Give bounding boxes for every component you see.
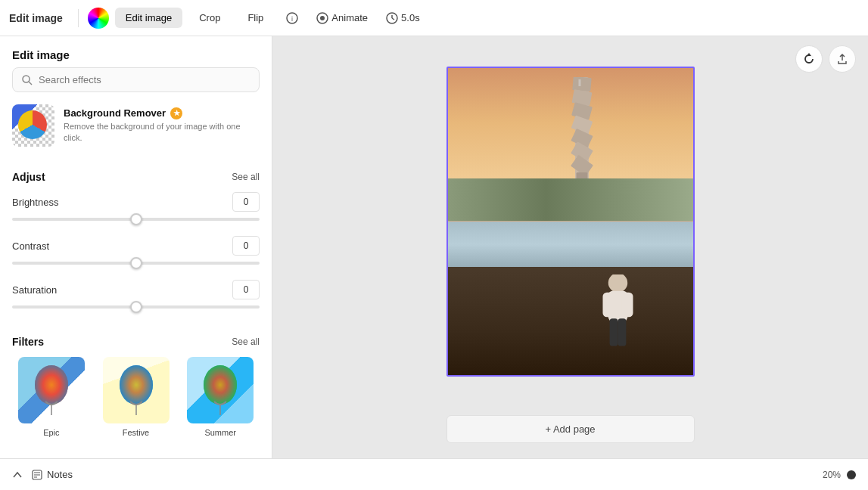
saturation-thumb[interactable] bbox=[130, 301, 142, 313]
zoom-indicator[interactable] bbox=[847, 470, 856, 479]
color-wheel-icon[interactable] bbox=[88, 8, 109, 29]
edit-image-tab[interactable]: Edit image bbox=[115, 8, 182, 28]
svg-rect-33 bbox=[622, 293, 633, 318]
filter-festive[interactable]: Festive bbox=[97, 357, 176, 437]
background-remover-info: Background Remover ★ Remove the backgrou… bbox=[64, 107, 260, 144]
search-input[interactable] bbox=[39, 74, 250, 85]
notes-button[interactable]: Notes bbox=[32, 469, 73, 480]
canvas-content bbox=[272, 36, 868, 406]
ball-graphic bbox=[18, 110, 47, 139]
toolbar: Edit image Edit image Crop Flip i Animat… bbox=[0, 0, 868, 36]
sidebar: Edit image Background Remover ★ Remove t… bbox=[0, 36, 272, 458]
svg-text:i: i bbox=[291, 15, 293, 23]
svg-rect-35 bbox=[618, 318, 627, 346]
svg-point-3 bbox=[320, 16, 325, 20]
time-button[interactable]: 5.0s bbox=[380, 9, 426, 27]
sidebar-title-label: Edit image bbox=[9, 12, 63, 24]
animate-icon bbox=[316, 12, 328, 24]
svg-rect-34 bbox=[610, 318, 618, 346]
filter-grid: Epic bbox=[12, 357, 260, 437]
bottom-right: 20% bbox=[823, 470, 856, 480]
person-svg bbox=[597, 274, 639, 350]
info-icon: i bbox=[286, 12, 298, 24]
filters-title: Filters bbox=[12, 336, 44, 348]
rotate-icon bbox=[802, 52, 816, 66]
saturation-label: Saturation bbox=[12, 284, 57, 296]
brightness-label: Brightness bbox=[12, 197, 58, 208]
svg-point-13 bbox=[120, 365, 153, 405]
contrast-slider-row: Contrast bbox=[0, 236, 272, 280]
filter-festive-label: Festive bbox=[123, 428, 149, 437]
background-remover-thumb bbox=[12, 104, 54, 147]
saturation-track[interactable] bbox=[12, 305, 260, 309]
contrast-track[interactable] bbox=[12, 262, 260, 265]
background-remover-title: Background Remover ★ bbox=[64, 107, 260, 119]
svg-line-8 bbox=[29, 82, 32, 85]
adjust-title: Adjust bbox=[12, 171, 45, 183]
add-page-button[interactable]: + Add page bbox=[446, 415, 695, 443]
brightness-track[interactable] bbox=[12, 218, 260, 221]
brightness-slider-row: Brightness bbox=[0, 192, 272, 236]
animate-button[interactable]: Animate bbox=[310, 9, 374, 27]
add-page-container: + Add page bbox=[272, 406, 868, 452]
toolbar-divider-1 bbox=[78, 9, 79, 27]
svg-marker-19 bbox=[807, 53, 811, 56]
filter-summer-label: Summer bbox=[204, 428, 236, 437]
notes-icon bbox=[32, 470, 42, 480]
epic-balloon-svg bbox=[29, 364, 74, 417]
export-canvas-button[interactable] bbox=[829, 45, 856, 73]
info-button[interactable]: i bbox=[280, 9, 304, 27]
pro-badge: ★ bbox=[170, 107, 182, 119]
time-label: 5.0s bbox=[401, 12, 420, 23]
filter-epic[interactable]: Epic bbox=[12, 357, 91, 437]
contrast-thumb[interactable] bbox=[130, 257, 142, 269]
filters-section: Filters See all bbox=[0, 336, 272, 449]
main-content: Edit image Background Remover ★ Remove t… bbox=[0, 36, 868, 458]
flip-tab[interactable]: Flip bbox=[237, 8, 274, 28]
image-water bbox=[448, 222, 693, 268]
background-remover-desc: Remove the background of your image with… bbox=[64, 121, 260, 144]
svg-point-10 bbox=[35, 365, 68, 405]
crop-tab[interactable]: Crop bbox=[188, 8, 231, 28]
sidebar-header: Edit image bbox=[0, 36, 272, 67]
saturation-label-row: Saturation bbox=[12, 280, 260, 299]
chevron-up-icon bbox=[12, 470, 23, 480]
contrast-label-row: Contrast bbox=[12, 236, 260, 256]
svg-point-30 bbox=[608, 274, 627, 293]
svg-line-6 bbox=[392, 18, 394, 20]
image-frame[interactable] bbox=[446, 67, 695, 377]
filter-festive-thumb bbox=[103, 357, 170, 423]
image-ground bbox=[448, 267, 693, 374]
brightness-thumb[interactable] bbox=[130, 213, 142, 225]
zoom-level: 20% bbox=[823, 470, 841, 480]
filter-summer[interactable]: Summer bbox=[181, 357, 260, 437]
svg-rect-32 bbox=[603, 293, 614, 318]
bottom-bar: Notes 20% bbox=[0, 458, 868, 490]
background-remover-card[interactable]: Background Remover ★ Remove the backgrou… bbox=[12, 104, 260, 147]
brightness-label-row: Brightness bbox=[12, 192, 260, 212]
saturation-value-input[interactable] bbox=[232, 280, 260, 299]
svg-point-16 bbox=[204, 365, 237, 405]
clock-icon bbox=[386, 12, 398, 24]
filter-summer-thumb bbox=[187, 357, 254, 423]
contrast-value-input[interactable] bbox=[232, 236, 260, 256]
adjust-see-all-button[interactable]: See all bbox=[232, 172, 260, 182]
export-icon bbox=[836, 53, 848, 65]
svg-rect-21 bbox=[572, 77, 591, 91]
svg-rect-29 bbox=[579, 79, 581, 86]
rotate-button-container bbox=[795, 45, 823, 73]
filters-see-all-button[interactable]: See all bbox=[232, 336, 260, 347]
search-bar[interactable] bbox=[12, 67, 260, 92]
filters-header: Filters See all bbox=[12, 336, 260, 348]
adjust-section-header: Adjust See all bbox=[0, 171, 272, 192]
canvas-area: + Add page bbox=[272, 36, 868, 458]
animate-label: Animate bbox=[331, 12, 368, 23]
svg-point-7 bbox=[23, 76, 30, 82]
summer-balloon-svg bbox=[198, 364, 243, 417]
rotate-button[interactable] bbox=[795, 45, 823, 73]
festive-balloon-svg bbox=[114, 364, 159, 417]
brightness-value-input[interactable] bbox=[232, 192, 260, 212]
saturation-slider-row: Saturation bbox=[0, 280, 272, 324]
filter-epic-label: Epic bbox=[43, 428, 59, 437]
filter-epic-thumb bbox=[18, 357, 85, 423]
